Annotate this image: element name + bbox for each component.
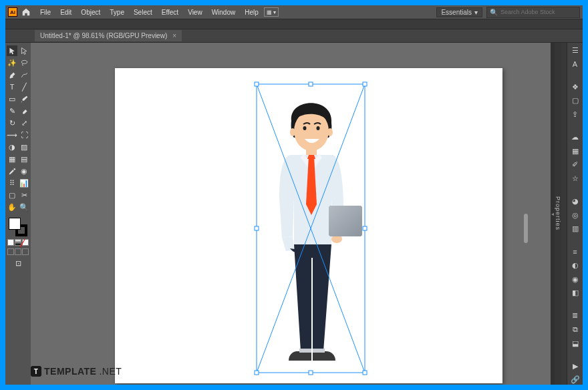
artboard-tool[interactable]: ▢ bbox=[7, 190, 17, 200]
eyedropper-tool[interactable] bbox=[7, 166, 17, 176]
svg-rect-10 bbox=[299, 349, 311, 353]
placed-illustration[interactable] bbox=[257, 84, 365, 373]
shape-builder-tool[interactable]: ◑ bbox=[7, 142, 17, 152]
properties-panel-icon[interactable]: ☰ bbox=[570, 45, 581, 55]
rotate-tool[interactable]: ↻ bbox=[7, 118, 17, 128]
brushes-icon[interactable]: ✐ bbox=[570, 160, 581, 170]
svg-point-5 bbox=[327, 128, 333, 136]
search-input[interactable] bbox=[500, 9, 577, 15]
panel-gutter bbox=[561, 43, 567, 385]
arrange-documents-icon[interactable]: ▦ ▾ bbox=[264, 7, 279, 17]
draw-mode[interactable]: ⁄ bbox=[7, 239, 29, 246]
watermark: T TEMPLATE.NET bbox=[31, 366, 122, 377]
workspace-label: Essentials bbox=[441, 9, 472, 16]
paintbrush-tool[interactable] bbox=[19, 93, 29, 104]
chevron-down-icon: ▾ bbox=[474, 9, 478, 16]
right-tab-label: Properties bbox=[555, 196, 561, 230]
watermark-suffix: .NET bbox=[99, 366, 122, 377]
eraser-tool[interactable] bbox=[19, 106, 29, 116]
gradient-icon[interactable]: ▥ bbox=[570, 224, 581, 234]
menubar: Ai File Edit Object Type Select Effect V… bbox=[5, 5, 583, 19]
free-transform-tool[interactable]: ⛶ bbox=[19, 130, 29, 140]
tools-panel: ✨ T╱ ▭ ✎ ↻⤢ ⟿⛶ ◑▨ ▦▤ ◉ ⠿📊 ▢✂ ✋🔍 ⁄ ⊡ bbox=[5, 43, 31, 385]
curvature-tool[interactable] bbox=[19, 69, 29, 80]
selection-tool[interactable] bbox=[7, 45, 17, 56]
menu-select[interactable]: Select bbox=[130, 7, 156, 17]
slice-tool[interactable]: ✂ bbox=[19, 190, 29, 200]
control-bar bbox=[5, 19, 583, 29]
svg-point-4 bbox=[290, 128, 295, 136]
color-guide-icon[interactable]: ◎ bbox=[570, 210, 581, 220]
type-tool[interactable]: T bbox=[7, 81, 17, 92]
symbols-icon[interactable]: ☆ bbox=[570, 174, 581, 184]
svg-rect-11 bbox=[313, 349, 325, 353]
direct-selection-tool[interactable] bbox=[19, 45, 29, 56]
zoom-tool[interactable]: 🔍 bbox=[19, 202, 29, 212]
svg-rect-6 bbox=[306, 148, 317, 155]
svg-point-3 bbox=[317, 126, 320, 130]
document-tabs: Untitled-1* @ 98.61% (RGB/GPU Preview) × bbox=[5, 29, 583, 43]
app-logo: Ai bbox=[8, 7, 17, 17]
rectangle-tool[interactable]: ▭ bbox=[7, 93, 17, 104]
menu-type[interactable]: Type bbox=[106, 7, 128, 17]
close-icon[interactable]: × bbox=[172, 32, 176, 39]
magic-wand-tool[interactable]: ✨ bbox=[7, 57, 17, 68]
illustrator-window: Ai File Edit Object Type Select Effect V… bbox=[5, 5, 583, 385]
transform-icon[interactable]: ⧉ bbox=[570, 325, 581, 335]
pathfinder-icon[interactable]: ⬓ bbox=[570, 339, 581, 349]
menu-help[interactable]: Help bbox=[241, 7, 263, 17]
search-box[interactable]: 🔍 bbox=[486, 7, 580, 18]
transparency-icon[interactable]: ◐ bbox=[570, 260, 581, 270]
align-icon[interactable]: ≣ bbox=[570, 311, 581, 321]
fill-swatch[interactable] bbox=[9, 218, 21, 230]
right-tab-properties[interactable]: Properties bbox=[555, 43, 561, 385]
lasso-tool[interactable] bbox=[19, 57, 29, 68]
color-swatches[interactable] bbox=[9, 218, 27, 236]
workspace: ✨ T╱ ▭ ✎ ↻⤢ ⟿⛶ ◑▨ ▦▤ ◉ ⠿📊 ▢✂ ✋🔍 ⁄ ⊡ bbox=[5, 43, 583, 385]
line-tool[interactable]: ╱ bbox=[19, 81, 29, 92]
menu-edit[interactable]: Edit bbox=[56, 7, 76, 17]
appearance-icon[interactable]: ◉ bbox=[570, 274, 581, 284]
blend-tool[interactable]: ◉ bbox=[19, 166, 29, 176]
scrollbar-thumb[interactable] bbox=[524, 214, 528, 243]
column-graph-tool[interactable]: 📊 bbox=[19, 178, 29, 188]
screen-mode[interactable] bbox=[7, 248, 29, 255]
gradient-tool[interactable]: ▤ bbox=[19, 154, 29, 164]
svg-rect-9 bbox=[329, 206, 362, 236]
home-icon[interactable] bbox=[21, 7, 31, 17]
pen-tool[interactable] bbox=[7, 69, 17, 80]
menu-window[interactable]: Window bbox=[208, 7, 240, 17]
swatches-icon[interactable]: ▦ bbox=[570, 146, 581, 156]
change-screen-mode[interactable]: ⊡ bbox=[13, 258, 23, 268]
svg-point-2 bbox=[303, 126, 307, 130]
layers-icon[interactable]: ❖ bbox=[570, 82, 581, 92]
actions-icon[interactable]: ▶ bbox=[570, 361, 581, 371]
artboards-icon[interactable]: ▢ bbox=[570, 95, 581, 106]
workspace-switcher[interactable]: Essentials ▾ bbox=[436, 7, 482, 17]
graphic-styles-icon[interactable]: ◧ bbox=[570, 288, 581, 298]
symbol-sprayer-tool[interactable]: ⠿ bbox=[7, 178, 17, 188]
mesh-tool[interactable]: ▦ bbox=[7, 154, 17, 164]
menu-view[interactable]: View bbox=[184, 7, 206, 17]
watermark-logo-icon: T bbox=[31, 366, 41, 377]
right-panel-icons: ☰ A ❖ ▢ ⇪ ☁ ▦ ✐ ☆ ◕ ◎ ▥ ≡ ◐ ◉ ◧ ≣ ⧉ ⬓ ▶ bbox=[567, 43, 583, 385]
document-tab[interactable]: Untitled-1* @ 98.61% (RGB/GPU Preview) × bbox=[35, 30, 182, 41]
hand-tool[interactable]: ✋ bbox=[7, 202, 17, 212]
canvas[interactable] bbox=[31, 43, 551, 385]
menu-object[interactable]: Object bbox=[77, 7, 104, 17]
width-tool[interactable]: ⟿ bbox=[7, 130, 17, 140]
scale-tool[interactable]: ⤢ bbox=[19, 118, 29, 128]
type-panel-icon[interactable]: A bbox=[570, 59, 581, 69]
shaper-tool[interactable]: ✎ bbox=[7, 106, 17, 116]
asset-export-icon[interactable]: ⇪ bbox=[570, 110, 581, 120]
watermark-text: TEMPLATE bbox=[44, 366, 96, 377]
stroke-icon[interactable]: ≡ bbox=[570, 246, 581, 256]
search-icon: 🔍 bbox=[490, 9, 498, 16]
perspective-tool[interactable]: ▨ bbox=[19, 142, 29, 152]
color-icon[interactable]: ◕ bbox=[570, 196, 581, 206]
menu-file[interactable]: File bbox=[36, 7, 55, 17]
menu-effect[interactable]: Effect bbox=[158, 7, 182, 17]
links-icon[interactable]: 🔗 bbox=[570, 375, 581, 385]
tab-title: Untitled-1* @ 98.61% (RGB/GPU Preview) bbox=[40, 32, 167, 39]
libraries-icon[interactable]: ☁ bbox=[570, 132, 581, 142]
